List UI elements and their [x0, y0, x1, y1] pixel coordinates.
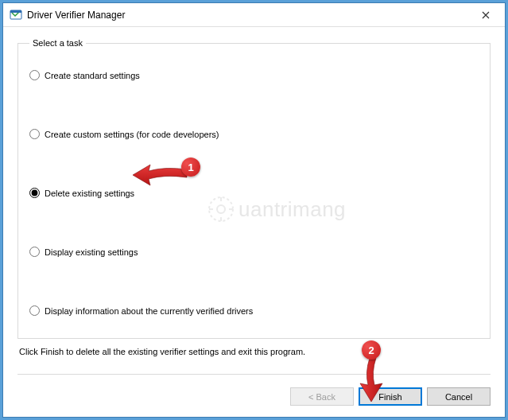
task-groupbox: Select a task Create standard settings C…: [17, 38, 491, 339]
radio-delete-existing[interactable]: Delete existing settings: [29, 188, 134, 198]
radio-label: Delete existing settings: [45, 189, 134, 198]
groupbox-legend: Select a task: [29, 38, 86, 48]
dialog-body: Select a task Create standard settings C…: [3, 27, 505, 379]
radio-label: Create custom settings (for code develop…: [45, 130, 219, 139]
separator: [17, 374, 491, 375]
close-icon: [482, 11, 490, 19]
radio-delete-existing-input[interactable]: [29, 188, 40, 198]
radio-create-custom-input[interactable]: [29, 129, 40, 139]
radio-create-standard[interactable]: Create standard settings: [29, 70, 140, 80]
window: Driver Verifier Manager Select a task Cr…: [2, 2, 506, 418]
radio-create-custom[interactable]: Create custom settings (for code develop…: [29, 129, 219, 139]
finish-button[interactable]: Finish: [359, 387, 422, 406]
close-button[interactable]: [467, 4, 503, 26]
radio-display-existing[interactable]: Display existing settings: [29, 247, 138, 257]
svg-rect-1: [10, 10, 21, 13]
radio-create-standard-input[interactable]: [29, 70, 40, 80]
radio-display-info-input[interactable]: [29, 305, 40, 316]
window-title: Driver Verifier Manager: [27, 10, 467, 21]
instruction-text: Click Finish to delete all the existing …: [17, 347, 491, 356]
button-row: < Back Finish Cancel: [3, 379, 505, 417]
back-button: < Back: [290, 387, 354, 406]
radio-display-info[interactable]: Display information about the currently …: [29, 305, 253, 316]
radio-label: Create standard settings: [45, 71, 140, 80]
radio-label: Display information about the currently …: [45, 306, 253, 316]
radio-label: Display existing settings: [45, 247, 138, 257]
app-icon: [10, 9, 22, 21]
titlebar: Driver Verifier Manager: [3, 3, 505, 27]
radio-display-existing-input[interactable]: [29, 247, 40, 257]
cancel-button[interactable]: Cancel: [427, 387, 491, 406]
